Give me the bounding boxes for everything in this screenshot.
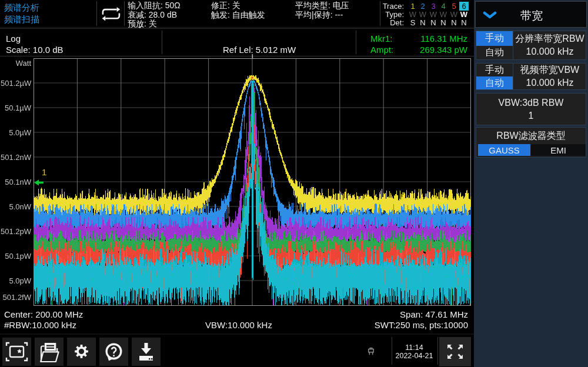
svg-text:1: 1 bbox=[42, 167, 46, 177]
